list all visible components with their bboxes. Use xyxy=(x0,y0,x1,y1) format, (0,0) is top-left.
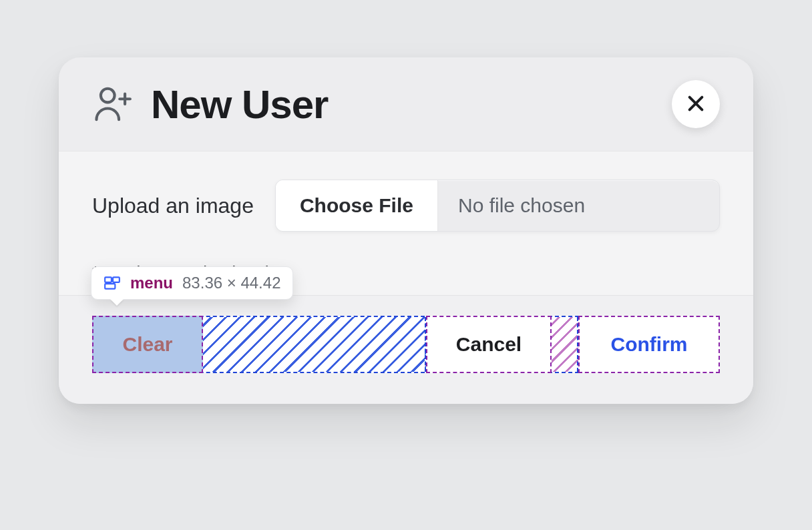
close-icon xyxy=(685,93,706,116)
svg-rect-6 xyxy=(113,277,120,282)
devtools-inspect-tooltip: menu 83.36 × 44.42 xyxy=(91,266,293,300)
inspect-dimensions: 83.36 × 44.42 xyxy=(182,274,280,292)
cancel-button[interactable]: Cancel xyxy=(426,316,552,373)
svg-rect-7 xyxy=(105,284,115,289)
choose-file-button[interactable]: Choose File xyxy=(276,180,438,231)
dialog-footer: menu 83.36 × 44.42 Clear Cancel Confirm xyxy=(59,295,753,404)
flex-layout-icon xyxy=(104,274,121,292)
svg-rect-5 xyxy=(105,277,112,282)
upload-row: Upload an image Choose File No file chos… xyxy=(92,180,720,232)
close-button[interactable] xyxy=(672,80,720,128)
new-user-dialog: New User Upload an image Choose File No … xyxy=(59,57,753,404)
dialog-header: New User xyxy=(59,57,753,151)
svg-point-0 xyxy=(101,89,115,103)
margin-overlay xyxy=(552,317,578,372)
dialog-title-group: New User xyxy=(92,81,328,127)
clear-button[interactable]: Clear xyxy=(92,316,203,373)
dialog-title: New User xyxy=(151,81,328,127)
inspect-tag-name: menu xyxy=(130,274,173,292)
upload-label: Upload an image xyxy=(92,194,254,218)
file-status-text: No file chosen xyxy=(438,180,719,231)
action-menu-inspected: Clear Cancel Confirm xyxy=(92,316,720,373)
file-input-group: Choose File No file chosen xyxy=(275,180,720,232)
user-plus-icon xyxy=(92,83,134,125)
flex-gap-overlay xyxy=(203,317,426,372)
confirm-button[interactable]: Confirm xyxy=(578,316,720,373)
